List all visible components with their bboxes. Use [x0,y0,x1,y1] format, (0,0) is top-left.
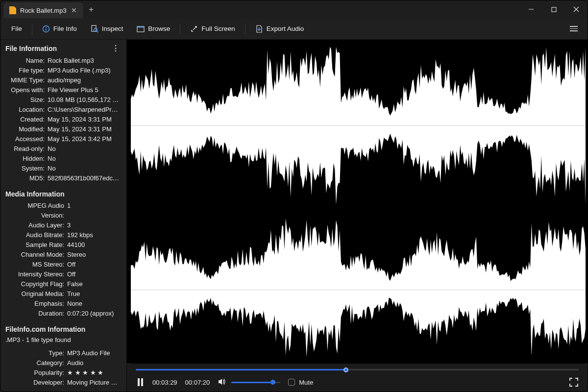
property-value: 582f08563f1b00f67edca0f5... [48,173,122,183]
menu-button[interactable] [565,20,583,38]
file-icon [9,6,16,14]
file-information-title: File Information [5,45,57,52]
property-key: Category: [5,358,67,368]
new-tab-button[interactable]: ＋ [83,0,99,18]
svg-rect-1 [552,7,556,12]
current-time: 00:03:29 [152,379,177,386]
fileinfo-section: FileInfo.com Information .MP3 - 1 file t… [5,325,122,388]
property-key: MPEG Audio Version: [5,201,67,220]
property-key: Sample Rate: [5,240,67,250]
property-key: Name: [5,56,48,66]
fileinfo-found: .MP3 - 1 file type found [5,336,122,343]
svg-point-5 [46,27,47,28]
inspect-icon [91,25,98,33]
property-value: 1 [67,201,122,220]
property-key: Created: [5,115,48,124]
audio-viewer: 00:03:29 00:07:20 Mute [127,40,588,392]
property-value: May 15, 2024 3:42 PM [48,134,122,144]
browse-icon [137,25,145,33]
property-value: 10.08 MB (10,565,172 bytes) [48,95,122,105]
window-maximize-button[interactable] [542,0,565,18]
property-value: File Viewer Plus 5 [48,85,122,95]
property-value: May 15, 2024 3:31 PM [48,124,122,134]
fullscreen-icon [190,25,198,33]
file-info-label: File Info [53,25,77,32]
fileinfo-title: FileInfo.com Information [5,325,85,333]
property-key: Modified: [5,124,48,134]
volume-icon[interactable] [218,377,226,388]
window-minimize-button[interactable] [520,0,542,18]
property-value: ★ ★ ★ ★ ★ [67,368,122,378]
property-value: C:\Users\SharpenedProdu... [48,105,122,115]
titlebar: Rock Ballet.mp3 ✕ ＋ [0,0,588,18]
property-value: MP3 Audio File (.mp3) [48,66,122,75]
property-key: Hidden: [5,154,48,164]
property-key: Copyright Flag: [5,279,67,289]
property-key: Original Media: [5,289,67,299]
property-value: None [67,299,122,309]
tab-close-button[interactable]: ✕ [71,7,77,14]
section-menu-button[interactable]: ⋮ [110,44,122,53]
property-value: Off [67,270,122,279]
property-key: MIME Type: [5,75,48,85]
property-key: Location: [5,105,48,115]
property-key: Developer: [5,378,67,388]
sidebar: File Information ⋮ Name:Rock Ballet.mp3F… [0,40,127,392]
property-value: Rock Ballet.mp3 [48,56,122,66]
export-audio-button[interactable]: Export Audio [249,22,310,36]
svg-rect-6 [46,28,46,31]
property-value: False [67,279,122,289]
inspect-button[interactable]: Inspect [85,22,129,36]
property-key: Read-only: [5,144,48,154]
property-key: Channel Mode: [5,250,67,260]
property-key: Accessed: [5,134,48,144]
total-time: 00:07:20 [185,379,210,386]
property-key: MS Stereo: [5,260,67,270]
browse-label: Browse [148,25,170,32]
fullscreen-toggle-button[interactable] [569,377,579,387]
property-value: MP3 Audio File [67,348,122,358]
mute-checkbox[interactable]: Mute [288,379,313,386]
waveform-right-channel[interactable] [131,217,586,363]
inspect-label: Inspect [102,25,123,32]
property-key: Audio Bitrate: [5,230,67,240]
property-key: File type: [5,66,48,75]
property-value: No [48,154,122,164]
pause-button[interactable] [136,378,145,387]
property-value: No [48,144,122,154]
waveform-left-channel[interactable] [131,43,586,209]
property-key: Intensity Stereo: [5,270,67,279]
property-value: No [48,164,122,173]
playback-controls: 00:03:29 00:07:20 Mute [127,363,588,392]
property-value: 3 [67,220,122,230]
file-info-button[interactable]: File Info [36,22,83,36]
browse-button[interactable]: Browse [131,22,176,36]
toolbar: File File Info Inspect Browse Full [0,18,588,40]
property-value: 44100 [67,240,122,250]
export-audio-label: Export Audio [267,25,304,32]
window-close-button[interactable] [565,0,588,18]
file-information-section: File Information ⋮ Name:Rock Ballet.mp3F… [5,44,122,183]
property-key: System: [5,164,48,173]
property-value: Stereo [67,250,122,260]
file-menu-label: File [11,25,22,32]
property-key: Audio Layer: [5,220,67,230]
svg-line-9 [97,31,98,32]
property-key: Type: [5,348,67,358]
property-key: Emphasis: [5,299,67,309]
info-icon [42,25,50,33]
property-value: 0:07:20 (approx) [67,309,122,318]
property-key: Duration: [5,309,67,318]
property-value: Audio [67,358,122,368]
property-value: 192 kbps [67,230,122,240]
property-key: Opens with: [5,85,48,95]
property-key: MD5: [5,173,48,183]
volume-slider[interactable] [231,382,280,383]
full-screen-button[interactable]: Full Screen [184,22,241,36]
media-information-section: Media Information MPEG Audio Version:1Au… [5,190,122,318]
export-icon [255,25,263,33]
document-tab[interactable]: Rock Ballet.mp3 ✕ [3,2,83,18]
property-value: Moving Picture Experts Gr... [67,378,122,388]
seek-bar[interactable] [136,366,579,373]
file-menu[interactable]: File [5,22,28,35]
